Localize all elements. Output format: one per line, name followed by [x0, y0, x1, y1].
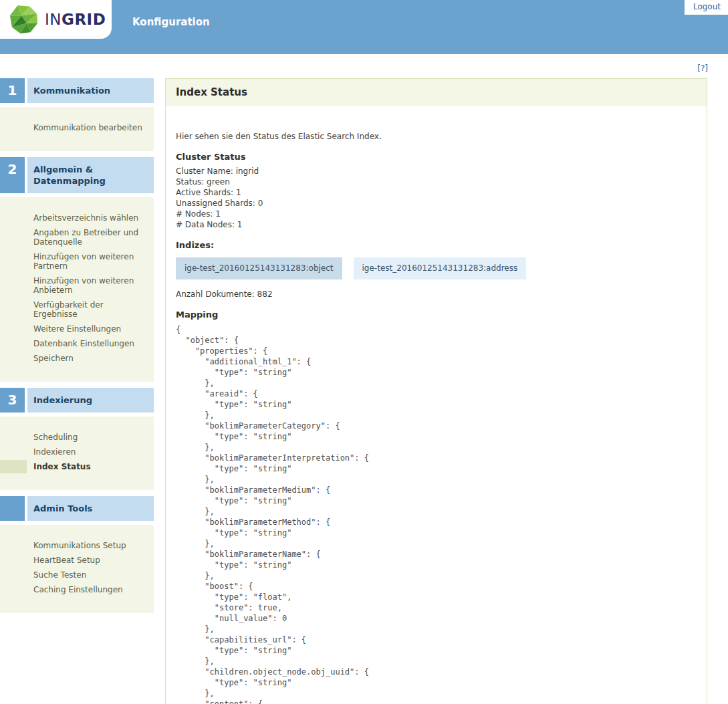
section-number-badge [0, 496, 25, 521]
logo-box[interactable]: INGRID [0, 0, 112, 39]
logout-button[interactable]: Logout [685, 0, 728, 15]
sidebar-item-speichern[interactable]: Speichern [0, 351, 154, 366]
brand-wordmark: INGRID [45, 11, 106, 28]
mapping-heading: Mapping [176, 309, 697, 321]
sidebar-item-label: Datenbank Einstellungen [33, 339, 134, 348]
section-title: Indexierung [27, 388, 154, 413]
nodes-line: # Nodes: 1 [176, 209, 697, 219]
main-content-panel: Index Status Hier sehen sie den Status d… [165, 78, 707, 704]
section-items-kommunikation: Kommunikation bearbeiten [0, 107, 154, 151]
sidebar-item-angaben-betreiber[interactable]: Angaben zu Betreiber und Datenquelle [0, 225, 154, 249]
unassigned-shards-line: Unassigned Shards: 0 [176, 198, 697, 209]
section-number-badge: 2 [0, 157, 25, 193]
sidebar-item-datenbank-einstellungen[interactable]: Datenbank Einstellungen [0, 336, 154, 351]
brand-in: IN [45, 11, 62, 28]
sidebar-section-header-kommunikation[interactable]: 1 Kommunikation [0, 78, 154, 103]
sidebar-item-kommunikations-setup[interactable]: Kommunikations Setup [0, 538, 154, 553]
index-tabs: ige-test_20160125143131283:object ige-te… [176, 257, 697, 279]
section-items-allgemein: Arbeitsverzeichnis wählen Angaben zu Bet… [0, 197, 154, 382]
section-items-indexierung: Scheduling Indexieren Index Status [0, 417, 154, 490]
sidebar-item-label: Speichern [33, 354, 74, 363]
sidebar-item-label: Hinzufügen von weiteren Anbietern [33, 276, 134, 295]
sidebar-item-label: Weitere Einstellungen [33, 324, 121, 334]
indizes-heading: Indizes: [176, 239, 697, 251]
active-shards-line: Active Shards: 1 [176, 187, 697, 198]
cluster-status-lines: Cluster Name: ingrid Status: green Activ… [176, 166, 697, 230]
brand-grid: GRID [62, 11, 106, 28]
sidebar-item-verfuegbarkeit[interactable]: Verfügbarkeit der Ergebnisse [0, 298, 154, 322]
sidebar-section-kommunikation: 1 Kommunikation Kommunikation bearbeiten [0, 78, 154, 151]
sidebar-item-label: Hinzufügen von weiteren Partnern [33, 252, 134, 271]
sidebar-item-label: Suche Testen [33, 570, 86, 580]
sidebar-item-arbeitsverzeichnis[interactable]: Arbeitsverzeichnis wählen [0, 211, 154, 225]
sidebar-section-indexierung: 3 Indexierung Scheduling Indexieren Inde… [0, 388, 154, 490]
mapping-json-block: { "object": { "properties": { "additiona… [176, 324, 697, 704]
section-title: Allgemein & Datenmapping [27, 157, 154, 193]
sidebar-item-heartbeat-setup[interactable]: HeartBeat Setup [0, 553, 154, 568]
page-title: Index Status [166, 79, 707, 106]
sidebar-section-header-admin-tools[interactable]: Admin Tools [0, 496, 154, 521]
sidebar-section-header-indexierung[interactable]: 3 Indexierung [0, 388, 154, 413]
sidebar-item-suche-testen[interactable]: Suche Testen [0, 568, 154, 582]
section-number-badge: 1 [0, 78, 25, 103]
sidebar-item-label: Scheduling [33, 433, 78, 442]
content-body: Hier sehen sie den Status des Elastic Se… [166, 131, 707, 704]
intro-text: Hier sehen sie den Status des Elastic Se… [176, 131, 697, 142]
sidebar-item-weitere-anbieter[interactable]: Hinzufügen von weiteren Anbietern [0, 273, 154, 298]
sidebar-item-index-status[interactable]: Index Status [0, 459, 154, 474]
help-link[interactable]: [?] [697, 64, 708, 73]
sidebar-item-weitere-einstellungen[interactable]: Weitere Einstellungen [0, 322, 154, 336]
index-tab-address[interactable]: ige-test_20160125143131283:address [354, 257, 527, 279]
sidebar-item-label: Verfügbarkeit der Ergebnisse [33, 300, 104, 319]
sidebar-item-scheduling[interactable]: Scheduling [0, 430, 154, 445]
section-title: Kommunikation [27, 78, 154, 103]
sidebar-item-indexieren[interactable]: Indexieren [0, 445, 154, 459]
cluster-status-heading: Cluster Status [176, 151, 697, 163]
data-nodes-line: # Data Nodes: 1 [176, 219, 697, 230]
sidebar-item-kommunikation-bearbeiten[interactable]: Kommunikation bearbeiten [0, 120, 154, 135]
sidebar-item-weitere-partner[interactable]: Hinzufügen von weiteren Partnern [0, 249, 154, 273]
sidebar-item-label: Caching Einstellungen [33, 585, 123, 594]
section-items-admin-tools: Kommunikations Setup HeartBeat Setup Suc… [0, 525, 154, 613]
index-tab-object[interactable]: ige-test_20160125143131283:object [176, 257, 342, 279]
sidebar-section-header-allgemein[interactable]: 2 Allgemein & Datenmapping [0, 157, 154, 193]
sidebar-item-caching-einstellungen[interactable]: Caching Einstellungen [0, 582, 154, 597]
cluster-name-line: Cluster Name: ingrid [176, 166, 697, 177]
sidebar-item-label: Kommunikation bearbeiten [33, 123, 142, 132]
active-marker-icon [0, 460, 27, 473]
sidebar-item-label: Kommunikations Setup [33, 541, 126, 550]
sidebar-item-label: HeartBeat Setup [33, 556, 100, 565]
section-number-badge: 3 [0, 388, 25, 413]
sidebar-section-allgemein: 2 Allgemein & Datenmapping Arbeitsverzei… [0, 157, 154, 382]
sidebar-item-label: Arbeitsverzeichnis wählen [33, 213, 138, 223]
sidebar-item-label: Angaben zu Betreiber und Datenquelle [33, 228, 138, 247]
sidebar-item-label: Index Status [33, 462, 91, 471]
ingrid-logo-icon [9, 4, 39, 35]
sidebar-item-label: Indexieren [33, 447, 76, 457]
sidebar-nav: 1 Kommunikation Kommunikation bearbeiten… [0, 78, 154, 619]
sidebar-section-admin-tools: Admin Tools Kommunikations Setup HeartBe… [0, 496, 154, 613]
section-title: Admin Tools [27, 496, 154, 521]
cluster-status-line: Status: green [176, 177, 697, 187]
page-header-title: Konfiguration [132, 16, 210, 28]
document-count: Anzahl Dokumente: 882 [176, 289, 697, 300]
